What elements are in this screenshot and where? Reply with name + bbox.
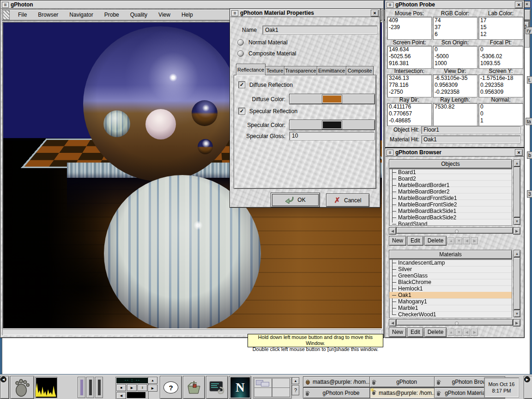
load-graph-applet[interactable] xyxy=(35,377,57,398)
window-menu-icon[interactable]: ≡ xyxy=(231,10,238,16)
specular-color-button[interactable] xyxy=(289,120,375,130)
list-item[interactable]: MarbleBoardBackSide2 xyxy=(389,214,512,221)
scrollbar-thumb[interactable] xyxy=(514,257,520,310)
taskbar-task-gphoton-probe[interactable]: gPhoton Probe xyxy=(303,387,372,399)
list-item[interactable]: Marble1 xyxy=(389,305,512,311)
tab-composite[interactable]: Composite xyxy=(346,66,374,75)
composite-material-radio[interactable] xyxy=(237,50,244,57)
mixer-slider-2[interactable] xyxy=(86,377,94,398)
pager-desktop-2[interactable] xyxy=(272,378,290,388)
list-item[interactable]: CheckerWood1 xyxy=(389,311,512,318)
diffuse-reflection-checkbox[interactable]: ✓ xyxy=(238,81,245,88)
move-down-icon[interactable]: ▼ xyxy=(455,329,462,336)
prev-track-icon[interactable]: ◀ xyxy=(116,392,126,399)
menu-file[interactable]: File xyxy=(12,10,32,20)
probe-titlebar[interactable]: ≡ gPhoton Probe × xyxy=(386,1,524,9)
list-item[interactable]: BoardStand xyxy=(389,221,512,226)
objects-edit-button[interactable]: Edit xyxy=(407,236,423,246)
objects-new-button[interactable]: New xyxy=(389,236,406,246)
eject-icon[interactable]: ▲ xyxy=(148,377,157,384)
materials-hscrollbar[interactable]: ◀ ▶ xyxy=(389,319,520,326)
move-left-icon[interactable]: ◀ xyxy=(463,329,470,336)
netscape-button[interactable]: N xyxy=(229,376,251,399)
toolbox-button[interactable] xyxy=(183,376,205,399)
objects-delete-button[interactable]: Delete xyxy=(424,236,447,246)
panel-hide-right-button[interactable]: ▶ xyxy=(524,376,532,399)
scroll-right-icon[interactable]: ▶ xyxy=(513,319,520,326)
menu-view[interactable]: View xyxy=(153,10,176,20)
menubar-drag-handle[interactable] xyxy=(3,10,10,20)
tab-reflectance[interactable]: Reflectance xyxy=(236,64,266,75)
taskbar-task-gphoton[interactable]: gPhoton xyxy=(369,376,437,387)
close-icon[interactable]: × xyxy=(515,149,523,156)
close-icon[interactable]: × xyxy=(515,1,523,8)
mixer-slider-1[interactable] xyxy=(78,377,85,398)
next-track-icon[interactable]: ▶ xyxy=(148,385,157,392)
materials-vscrollbar[interactable]: ▲ ▼ xyxy=(514,250,520,317)
move-down-icon[interactable]: ▼ xyxy=(455,237,462,244)
cancel-button[interactable]: ✗ Cancel xyxy=(326,193,369,207)
materials-list[interactable]: IncandescentLamp Silver GreenGlass Black… xyxy=(389,259,512,318)
list-item[interactable]: BlackChrome xyxy=(389,279,512,285)
list-item[interactable]: MarbleBoardBorder2 xyxy=(389,188,512,195)
menu-quality[interactable]: Quality xyxy=(125,10,153,20)
list-item[interactable]: MarbleBoardBorder1 xyxy=(389,182,512,188)
desktop-pager-applet[interactable] xyxy=(253,377,292,399)
pager-question-icon[interactable]: ? xyxy=(292,385,299,395)
scroll-left-icon[interactable]: ◀ xyxy=(389,227,396,235)
objects-hscrollbar[interactable]: ◀ ▶ xyxy=(389,227,520,234)
panel-hide-left-button[interactable]: ◀ xyxy=(0,376,9,399)
dialog-titlebar[interactable]: ≡ gPhoton Material Properties × xyxy=(230,9,380,17)
list-item[interactable]: Mahogany1 xyxy=(389,298,512,305)
scroll-right-icon[interactable]: ▶ xyxy=(513,227,520,235)
help-button[interactable]: ? xyxy=(160,376,182,399)
stop-icon[interactable]: ■ xyxy=(116,384,126,391)
list-item[interactable]: IncandescentLamp xyxy=(389,260,512,266)
list-item[interactable]: Board2 xyxy=(389,175,512,182)
objects-header[interactable]: Objects xyxy=(389,159,512,169)
name-field[interactable]: Oak1 xyxy=(262,25,377,35)
ok-button[interactable]: OK xyxy=(271,193,320,207)
pager-desktop-3[interactable] xyxy=(254,387,272,397)
scrollbar-thumb[interactable] xyxy=(396,227,513,234)
window-menu-icon[interactable]: ≡ xyxy=(387,2,393,8)
menu-navigator[interactable]: Navigator xyxy=(64,10,98,20)
tab-transparence[interactable]: Transparence xyxy=(284,66,317,75)
gnome-menu-button[interactable] xyxy=(10,376,34,399)
main-titlebar[interactable]: ≡ gPhoton xyxy=(1,1,383,9)
move-right-icon[interactable]: ▶ xyxy=(471,329,478,336)
close-icon[interactable]: × xyxy=(371,10,379,17)
pager-up-icon[interactable]: ▲ xyxy=(292,377,299,384)
list-item[interactable]: GreenGlass xyxy=(389,272,512,279)
scroll-up-icon[interactable]: ▲ xyxy=(514,159,520,167)
materials-edit-button[interactable]: Edit xyxy=(407,327,423,337)
specular-reflection-checkbox[interactable]: ✓ xyxy=(238,108,245,115)
list-item[interactable]: Silver xyxy=(389,266,512,272)
taskbar-task-terminal[interactable]: mattas@purple: /hom... xyxy=(303,376,372,387)
specular-gloss-field[interactable]: 10 xyxy=(289,132,375,140)
objects-vscrollbar[interactable]: ▲ ▼ xyxy=(514,159,520,225)
menu-browser[interactable]: Browser xyxy=(32,10,64,20)
terminal-config-button[interactable] xyxy=(206,376,228,399)
pager-desktop-1[interactable] xyxy=(254,378,272,388)
move-left-icon[interactable]: ◀ xyxy=(463,237,470,244)
objects-list[interactable]: Board1 Board2 MarbleBoardBorder1 MarbleB… xyxy=(389,169,512,226)
play-icon[interactable]: ▶ xyxy=(127,384,137,391)
list-item[interactable]: Hemlock1 xyxy=(389,285,512,292)
move-up-icon[interactable]: ▲ xyxy=(447,237,454,244)
scrollbar-thumb[interactable] xyxy=(396,319,513,326)
tab-texture[interactable]: Texture xyxy=(265,66,284,75)
menu-probe[interactable]: Probe xyxy=(99,10,125,20)
materials-new-button[interactable]: New xyxy=(389,327,406,337)
move-up-icon[interactable]: ▲ xyxy=(447,329,454,336)
menu-help[interactable]: Help xyxy=(176,10,199,20)
list-item[interactable]: MarbleBoardBackSide1 xyxy=(389,208,512,214)
scroll-down-icon[interactable]: ▼ xyxy=(514,310,520,317)
materials-header[interactable]: Materials xyxy=(389,250,512,259)
list-item[interactable]: MarbleBoardFrontSide2 xyxy=(389,201,512,208)
materials-delete-button[interactable]: Delete xyxy=(424,327,447,337)
tab-emmittance[interactable]: Emmittance xyxy=(317,66,346,75)
cd-player-applet[interactable]: -- : -- ■ ▶ ‖ ◀ xyxy=(115,377,149,399)
pause-icon[interactable]: ‖ xyxy=(138,384,147,391)
list-item[interactable]: Board1 xyxy=(389,169,512,175)
